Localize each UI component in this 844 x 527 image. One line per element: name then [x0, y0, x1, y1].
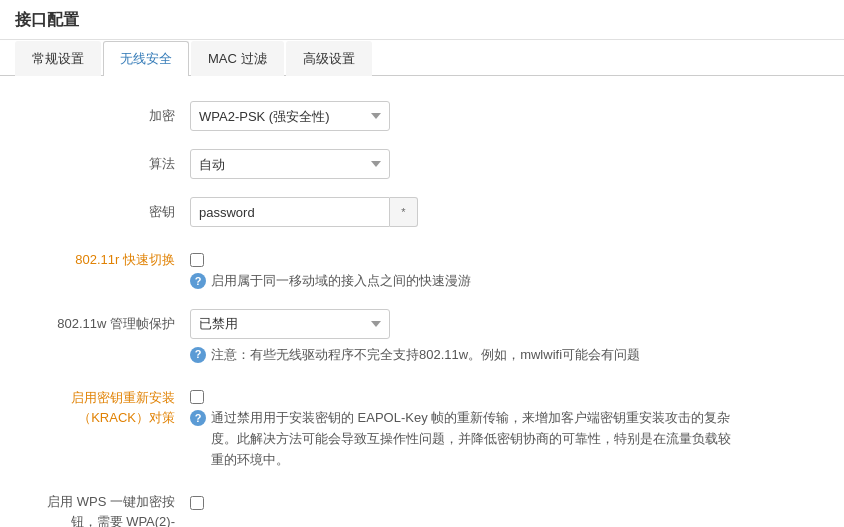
- key-input[interactable]: [190, 197, 390, 227]
- wps-checkbox-row: [190, 488, 814, 510]
- eye-toggle[interactable]: *: [390, 197, 418, 227]
- fast-roaming-row: 802.11r 快速切换 ? 启用属于同一移动域的接入点之间的快速漫游: [30, 245, 814, 291]
- page-title: 接口配置: [0, 0, 844, 40]
- algorithm-select[interactable]: 自动 TKIP CCMP TKIP+CCMP: [190, 149, 390, 179]
- krack-checkbox-row: [190, 382, 814, 404]
- krack-checkbox[interactable]: [190, 390, 204, 404]
- tab-advanced[interactable]: 高级设置: [286, 41, 372, 76]
- fast-roaming-checkbox-row: [190, 245, 814, 267]
- krack-note: ? 通过禁用用于安装密钥的 EAPOL-Key 帧的重新传输，来增加客户端密钥重…: [190, 408, 814, 470]
- fast-roaming-label: 802.11r 快速切换: [30, 245, 190, 275]
- mgmt-protection-note: ? 注意：有些无线驱动程序不完全支持802.11w。例如，mwlwifi可能会有…: [190, 345, 814, 365]
- fast-roaming-hint-text: 启用属于同一移动域的接入点之间的快速漫游: [211, 271, 471, 291]
- algorithm-label: 算法: [30, 149, 190, 179]
- krack-label: 启用密钥重新安装（KRACK）对策: [30, 382, 190, 427]
- krack-control: ? 通过禁用用于安装密钥的 EAPOL-Key 帧的重新传输，来增加客户端密钥重…: [190, 382, 814, 470]
- fast-roaming-checkbox[interactable]: [190, 253, 204, 267]
- key-control: *: [190, 197, 814, 227]
- tab-wireless-security[interactable]: 无线安全: [103, 41, 189, 76]
- wps-checkbox[interactable]: [190, 496, 204, 510]
- encryption-control: WPA2-PSK (强安全性) WPA-PSK WPA/WPA2-PSK 无: [190, 101, 814, 131]
- krack-note-text: 通过禁用用于安装密钥的 EAPOL-Key 帧的重新传输，来增加客户端密钥重安装…: [211, 408, 731, 470]
- algorithm-row: 算法 自动 TKIP CCMP TKIP+CCMP: [30, 149, 814, 179]
- mgmt-protection-control: 已禁用 可选 必须 ? 注意：有些无线驱动程序不完全支持802.11w。例如，m…: [190, 309, 814, 365]
- tab-bar: 常规设置 无线安全 MAC 过滤 高级设置: [0, 40, 844, 76]
- mgmt-protection-info-icon: ?: [190, 347, 206, 363]
- mgmt-protection-note-text: 注意：有些无线驱动程序不完全支持802.11w。例如，mwlwifi可能会有问题: [211, 345, 640, 365]
- krack-info-icon: ?: [190, 410, 206, 426]
- wps-label: 启用 WPS 一键加密按钮，需要 WPA(2)-PSK/WPA3-SAE: [30, 488, 190, 527]
- fast-roaming-hint: ? 启用属于同一移动域的接入点之间的快速漫游: [190, 271, 814, 291]
- key-label: 密钥: [30, 197, 190, 227]
- encryption-row: 加密 WPA2-PSK (强安全性) WPA-PSK WPA/WPA2-PSK …: [30, 101, 814, 131]
- mgmt-protection-select[interactable]: 已禁用 可选 必须: [190, 309, 390, 339]
- encryption-select[interactable]: WPA2-PSK (强安全性) WPA-PSK WPA/WPA2-PSK 无: [190, 101, 390, 131]
- algorithm-control: 自动 TKIP CCMP TKIP+CCMP: [190, 149, 814, 179]
- krack-row: 启用密钥重新安装（KRACK）对策 ? 通过禁用用于安装密钥的 EAPOL-Ke…: [30, 382, 814, 470]
- key-row: 密钥 *: [30, 197, 814, 227]
- form-content: 加密 WPA2-PSK (强安全性) WPA-PSK WPA/WPA2-PSK …: [0, 96, 844, 527]
- mgmt-protection-row: 802.11w 管理帧保护 已禁用 可选 必须 ? 注意：有些无线驱动程序不完全…: [30, 309, 814, 365]
- password-wrap: *: [190, 197, 814, 227]
- wps-row: 启用 WPS 一键加密按钮，需要 WPA(2)-PSK/WPA3-SAE: [30, 488, 814, 527]
- fast-roaming-info-icon: ?: [190, 273, 206, 289]
- fast-roaming-control: ? 启用属于同一移动域的接入点之间的快速漫游: [190, 245, 814, 291]
- mgmt-protection-label: 802.11w 管理帧保护: [30, 309, 190, 339]
- wps-control: [190, 488, 814, 510]
- tab-mac-filter[interactable]: MAC 过滤: [191, 41, 284, 76]
- tab-general[interactable]: 常规设置: [15, 41, 101, 76]
- encryption-label: 加密: [30, 101, 190, 131]
